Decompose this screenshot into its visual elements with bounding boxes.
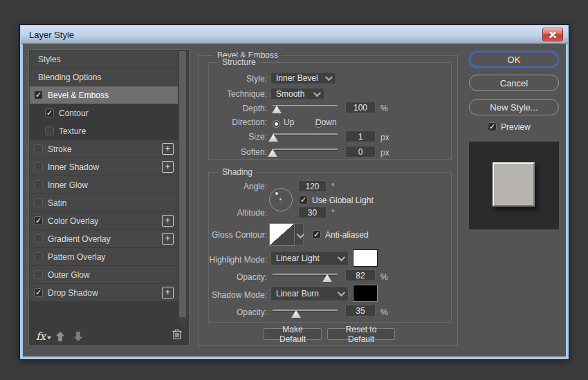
sidebar-item-label: Texture (59, 126, 86, 136)
reset-to-default-button[interactable]: Reset to Default (327, 328, 395, 340)
sidebar-item-inner-glow[interactable]: Inner Glow (30, 176, 178, 193)
scrollbar-thumb[interactable] (179, 51, 186, 317)
effect-checkbox[interactable]: ✓ (34, 91, 43, 99)
sidebar-item-label: Satin (48, 198, 66, 208)
effect-checkbox[interactable] (34, 234, 43, 243)
altitude-input[interactable] (298, 207, 327, 218)
highlight-color-swatch[interactable] (353, 249, 378, 267)
sidebar-item-inner-shadow[interactable]: Inner Shadow+ (30, 158, 178, 175)
anti-aliased-label: Anti-aliased (325, 230, 369, 240)
depth-input[interactable] (345, 102, 376, 113)
direction-up-label: Up (284, 117, 294, 127)
soften-slider[interactable] (270, 144, 340, 156)
angle-marker (275, 192, 278, 195)
slider-thumb[interactable] (268, 134, 278, 142)
sidebar-item-outer-glow[interactable]: Outer Glow (30, 266, 178, 283)
anti-aliased-checkbox[interactable]: ✓ (312, 230, 321, 239)
effect-checkbox[interactable] (45, 126, 54, 135)
slider-thumb[interactable] (272, 106, 282, 113)
sidebar-scrollbar[interactable] (178, 51, 187, 326)
sidebar-item-label: Stroke (48, 144, 72, 154)
slider-thumb[interactable] (291, 310, 301, 318)
sidebar-item-contour[interactable]: ✓Contour (30, 104, 178, 122)
size-input[interactable] (345, 131, 376, 142)
effect-checkbox[interactable] (34, 270, 43, 279)
altitude-unit: ° (331, 208, 335, 218)
style-label: Style: (192, 74, 267, 84)
preview-checkbox[interactable]: ✓ (488, 122, 497, 131)
direction-up-radio[interactable] (273, 120, 280, 128)
sidebar-item-color-overlay[interactable]: ✓Color Overlay+ (30, 212, 178, 229)
new-style-button[interactable]: New Style... (469, 99, 559, 115)
add-effect-button[interactable]: + (162, 233, 174, 245)
angle-dial[interactable] (269, 188, 293, 211)
sidebar-item-satin[interactable]: Satin (30, 194, 178, 211)
effect-checkbox[interactable] (34, 180, 43, 189)
add-effect-button[interactable]: + (162, 287, 174, 298)
cancel-button[interactable]: Cancel (469, 75, 559, 91)
effects-toolbar: fx (29, 326, 189, 345)
shadow-opacity-slider[interactable] (270, 305, 340, 317)
sidebar-item-label: Styles (38, 55, 61, 64)
gloss-contour-thumbnail[interactable] (269, 223, 295, 246)
effect-checkbox[interactable] (34, 198, 43, 207)
effect-checkbox[interactable]: ✓ (34, 288, 43, 297)
shadow-color-swatch[interactable] (353, 285, 378, 302)
sidebar-item-label: Drop Shadow (48, 288, 98, 298)
soften-label: Soften: (192, 147, 267, 157)
size-unit: px (380, 133, 389, 142)
shadow-opacity-unit: % (380, 307, 388, 317)
depth-slider[interactable] (270, 100, 340, 113)
chevron-down-icon (325, 73, 333, 81)
sidebar-item-pattern-overlay[interactable]: Pattern Overlay (30, 248, 178, 265)
highlight-opacity-label: Opacity: (192, 272, 267, 282)
sidebar-item-blending-options[interactable]: Blending Options (30, 68, 178, 86)
soften-input[interactable] (345, 146, 376, 158)
shadow-opacity-input[interactable] (345, 305, 376, 316)
style-preview (469, 142, 559, 229)
gloss-contour-label: Gloss Contour: (192, 230, 267, 240)
move-down-icon[interactable] (73, 332, 83, 341)
sidebar-item-stroke[interactable]: Stroke+ (30, 140, 178, 158)
shading-title: Shading (219, 167, 256, 177)
delete-effect-icon[interactable] (172, 328, 183, 343)
angle-label: Angle: (192, 182, 267, 191)
title-bar[interactable]: Layer Style (21, 26, 568, 44)
close-button[interactable] (542, 28, 563, 41)
chevron-down-icon (297, 231, 304, 238)
highlight-opacity-input[interactable] (345, 269, 376, 281)
size-slider[interactable] (270, 129, 340, 141)
direction-down-label: Down (315, 117, 337, 127)
sidebar-item-gradient-overlay[interactable]: Gradient Overlay+ (30, 230, 178, 247)
shadow-opacity-label: Opacity: (192, 307, 267, 317)
add-effect-button[interactable]: + (162, 143, 174, 155)
add-effect-button[interactable]: + (162, 215, 174, 227)
sidebar-item-drop-shadow[interactable]: ✓Drop Shadow+ (30, 284, 178, 301)
sidebar-item-texture[interactable]: Texture (30, 122, 178, 140)
highlight-mode-select[interactable]: Linear Light (270, 251, 349, 266)
effect-checkbox[interactable] (34, 144, 43, 153)
ok-button[interactable]: OK (469, 51, 559, 68)
sidebar-item-label: Blending Options (38, 73, 101, 82)
slider-thumb[interactable] (322, 274, 332, 282)
gloss-contour-dropdown[interactable] (295, 223, 304, 246)
fx-menu-button[interactable]: fx (36, 332, 51, 342)
dialog-body: StylesBlending Options✓Bevel & Emboss✓Co… (23, 44, 566, 357)
effect-checkbox[interactable] (34, 162, 43, 171)
move-up-icon[interactable] (55, 332, 65, 341)
effect-checkbox[interactable] (34, 252, 43, 261)
sidebar-item-bevel-emboss[interactable]: ✓Bevel & Emboss (30, 86, 178, 104)
sidebar-item-label: Pattern Overlay (48, 252, 105, 262)
style-select[interactable]: Inner Bevel (270, 72, 336, 84)
shadow-mode-select[interactable]: Linear Burn (270, 286, 349, 301)
effect-checkbox[interactable]: ✓ (34, 216, 43, 225)
angle-input[interactable] (298, 180, 327, 192)
effect-checkbox[interactable]: ✓ (45, 108, 54, 117)
add-effect-button[interactable]: + (162, 161, 174, 173)
highlight-opacity-slider[interactable] (270, 269, 340, 281)
make-default-button[interactable]: Make Default (264, 328, 322, 340)
size-label: Size: (192, 132, 267, 142)
sidebar-item-styles[interactable]: Styles (30, 50, 178, 68)
technique-select[interactable]: Smooth (270, 88, 324, 100)
use-global-light-checkbox[interactable]: ✓ (299, 196, 308, 205)
